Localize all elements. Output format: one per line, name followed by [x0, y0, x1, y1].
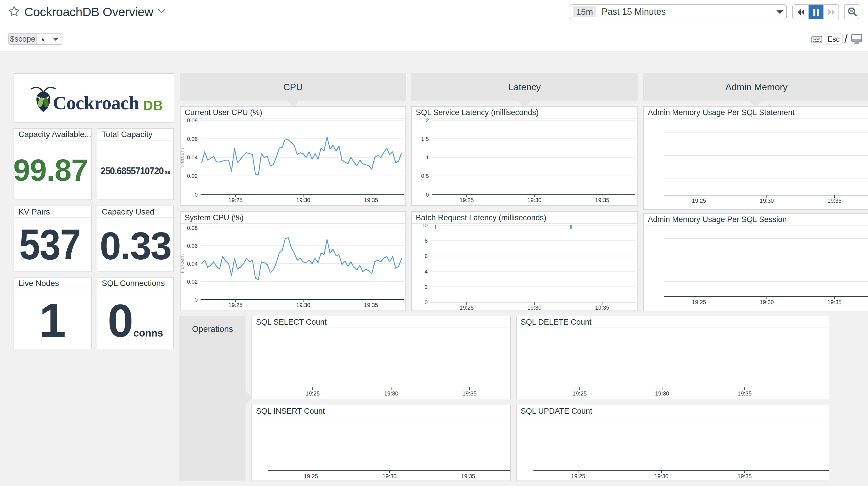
svg-text:8: 8 — [425, 238, 428, 244]
svg-text:19:25: 19:25 — [228, 302, 243, 308]
svg-text:19:25: 19:25 — [304, 473, 318, 479]
svg-text:19:30: 19:30 — [655, 390, 669, 397]
svg-text:19:35: 19:35 — [738, 473, 752, 479]
svg-text:19:30: 19:30 — [296, 302, 310, 308]
svg-text:0.02: 0.02 — [187, 279, 198, 285]
svg-text:19:35: 19:35 — [364, 302, 378, 308]
svg-text:19:35: 19:35 — [595, 305, 610, 311]
svg-text:19:25: 19:25 — [692, 299, 706, 305]
svg-text:0: 0 — [426, 192, 429, 198]
svg-text:19:25: 19:25 — [228, 197, 243, 203]
svg-text:0.04: 0.04 — [187, 261, 198, 267]
svg-text:19:25: 19:25 — [460, 197, 474, 203]
svg-text:0.06: 0.06 — [187, 136, 198, 142]
svg-text:19:30: 19:30 — [527, 305, 541, 311]
svg-text:19:30: 19:30 — [654, 473, 669, 479]
svg-text:0.08: 0.08 — [187, 225, 198, 231]
svg-text:2: 2 — [425, 284, 428, 290]
svg-text:19:25: 19:25 — [460, 305, 474, 311]
svg-text:1.5: 1.5 — [421, 136, 429, 142]
svg-text:0.5: 0.5 — [421, 173, 429, 179]
svg-text:19:35: 19:35 — [828, 299, 842, 305]
svg-text:19:30: 19:30 — [760, 197, 774, 204]
svg-text:0.04: 0.04 — [187, 154, 198, 161]
svg-text:19:35: 19:35 — [364, 197, 378, 203]
svg-text:19:35: 19:35 — [738, 390, 752, 397]
svg-text:10: 10 — [422, 224, 428, 228]
svg-text:19:30: 19:30 — [760, 299, 774, 305]
svg-text:0: 0 — [194, 192, 198, 198]
svg-text:0.06: 0.06 — [187, 243, 198, 249]
svg-text:6: 6 — [425, 253, 428, 259]
svg-text:19:35: 19:35 — [461, 473, 475, 479]
svg-text:19:30: 19:30 — [384, 390, 399, 397]
svg-text:19:35: 19:35 — [595, 197, 610, 203]
svg-text:19:25: 19:25 — [692, 197, 706, 204]
svg-text:19:35: 19:35 — [463, 390, 477, 397]
svg-text:0.08: 0.08 — [187, 118, 198, 123]
svg-text:0.02: 0.02 — [187, 173, 198, 179]
svg-text:Percent: Percent — [181, 254, 185, 273]
svg-text:19:25: 19:25 — [571, 473, 585, 479]
svg-text:1: 1 — [426, 154, 429, 161]
svg-text:2: 2 — [426, 118, 429, 123]
svg-text:0: 0 — [425, 299, 428, 305]
svg-text:19:30: 19:30 — [296, 197, 310, 203]
svg-text:19:35: 19:35 — [828, 197, 842, 204]
svg-text:19:30: 19:30 — [527, 197, 541, 203]
svg-text:0: 0 — [194, 297, 198, 303]
svg-text:19:25: 19:25 — [573, 390, 587, 397]
svg-text:19:25: 19:25 — [306, 390, 320, 397]
svg-text:19:30: 19:30 — [382, 473, 397, 479]
svg-text:Percent: Percent — [181, 148, 185, 167]
svg-text:4: 4 — [425, 268, 428, 275]
